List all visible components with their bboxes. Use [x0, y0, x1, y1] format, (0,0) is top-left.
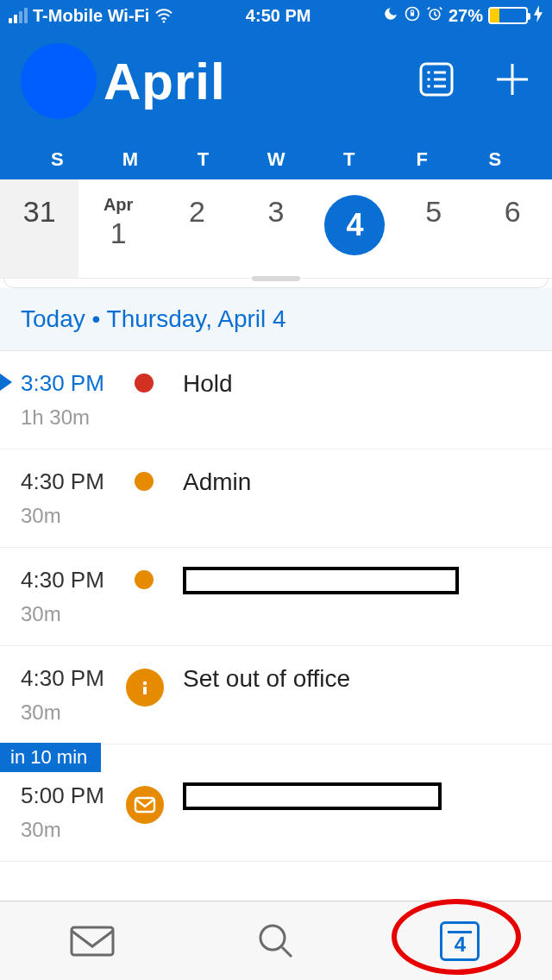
event-title: Admin — [183, 468, 552, 496]
date-cell[interactable]: 6 — [474, 179, 552, 278]
svg-line-18 — [282, 947, 292, 957]
bottom-tab-bar: 4 — [0, 901, 552, 980]
weekday-row: S M T W T F S — [21, 148, 531, 179]
tab-mail[interactable] — [41, 924, 144, 958]
event-duration: 30m — [21, 602, 135, 626]
event-duration: 30m — [21, 818, 135, 842]
svg-point-9 — [427, 85, 430, 88]
event-row[interactable]: 4:30 PM 30m Set out of office — [0, 646, 552, 744]
svg-point-17 — [260, 926, 285, 950]
event-duration: 30m — [21, 700, 135, 725]
weekday-label: F — [386, 148, 459, 171]
lock-rotation-icon — [404, 5, 421, 27]
event-start: 5:00 PM — [21, 782, 135, 809]
event-start: 4:30 PM — [21, 665, 135, 692]
svg-point-7 — [427, 78, 430, 81]
carrier-label: T-Mobile Wi-Fi — [33, 6, 149, 26]
svg-rect-14 — [143, 687, 147, 694]
weekday-label: T — [166, 148, 240, 171]
signal-icon — [9, 8, 28, 23]
moon-icon — [383, 6, 398, 26]
event-start: 4:30 PM — [21, 468, 135, 495]
calendar-mini-icon: 4 — [440, 921, 480, 961]
event-row[interactable]: 3:30 PM 1h 30m Hold — [0, 351, 552, 449]
date-cell[interactable]: 31 — [0, 179, 78, 278]
battery-icon — [488, 7, 528, 24]
date-cell[interactable]: 5 — [394, 179, 473, 278]
weekday-label: T — [312, 148, 386, 171]
tab-calendar[interactable]: 4 — [408, 921, 511, 961]
avatar[interactable] — [21, 43, 97, 119]
weekday-label: S — [458, 148, 531, 171]
date-strip[interactable]: 31 Apr 1 2 3 4 5 6 — [0, 179, 552, 278]
weekday-label: M — [94, 148, 167, 171]
tab-search[interactable] — [224, 920, 328, 962]
redacted-title — [183, 782, 442, 810]
status-bar: T-Mobile Wi-Fi 4:50 PM 27% — [0, 0, 552, 31]
weekday-label: S — [21, 148, 94, 171]
bolt-icon — [533, 5, 543, 27]
event-start: 3:30 PM — [21, 370, 135, 397]
date-cell-selected[interactable]: 4 — [316, 179, 394, 278]
event-title: Set out of office — [183, 665, 552, 693]
info-icon — [126, 669, 164, 707]
wifi-icon — [154, 8, 173, 23]
event-row[interactable]: 4:30 PM 30m — [0, 548, 552, 646]
redacted-title — [183, 567, 459, 594]
mail-icon — [126, 786, 164, 824]
svg-point-5 — [427, 71, 430, 74]
category-dot — [135, 570, 154, 589]
svg-point-0 — [163, 21, 166, 23]
date-cell[interactable]: Apr 1 — [78, 179, 157, 278]
current-time-indicator — [0, 374, 12, 391]
svg-point-13 — [143, 682, 147, 685]
drag-handle[interactable] — [252, 276, 300, 281]
event-list[interactable]: 3:30 PM 1h 30m Hold 4:30 PM 30m Admin 4:… — [0, 351, 552, 862]
date-cell[interactable]: 2 — [158, 179, 236, 278]
month-abbr: Apr — [78, 195, 157, 215]
category-dot — [135, 472, 154, 491]
event-row[interactable]: 5:00 PM 30m — [0, 744, 552, 862]
svg-rect-2 — [411, 12, 414, 16]
event-title: Hold — [183, 370, 552, 398]
event-start: 4:30 PM — [21, 567, 135, 594]
event-row[interactable]: 4:30 PM 30m Admin — [0, 449, 552, 548]
date-cell[interactable]: 3 — [236, 179, 315, 278]
svg-rect-16 — [72, 927, 113, 955]
battery-pct: 27% — [448, 6, 483, 26]
status-time: 4:50 PM — [246, 6, 311, 26]
add-event-icon[interactable] — [493, 60, 531, 102]
month-title[interactable]: April — [104, 52, 226, 111]
category-dot — [135, 374, 154, 393]
agenda-date-header: Today • Thursday, April 4 — [0, 288, 552, 351]
calendar-header: April S M T W T F S — [0, 31, 552, 179]
alarm-icon — [426, 5, 443, 27]
agenda-view-icon[interactable] — [416, 59, 457, 104]
event-duration: 1h 30m — [21, 405, 135, 430]
weekday-label: W — [240, 148, 313, 171]
event-duration: 30m — [21, 504, 135, 528]
